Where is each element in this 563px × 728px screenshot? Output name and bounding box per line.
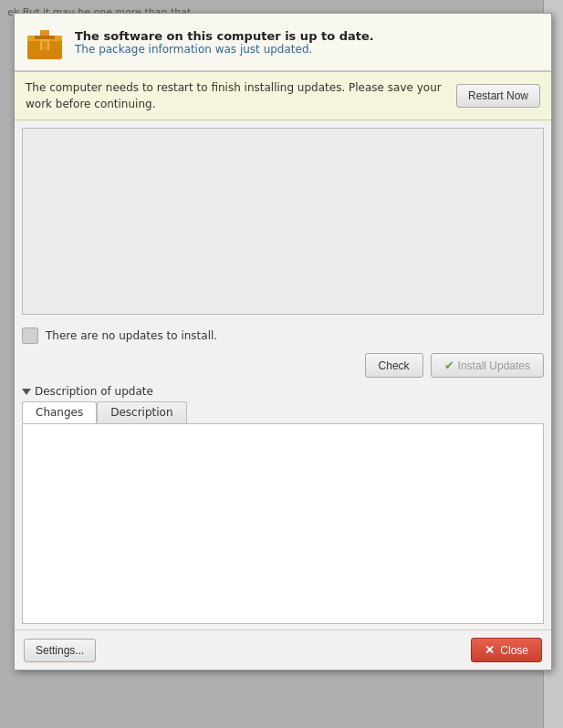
no-updates-icon: [22, 328, 38, 344]
status-subtitle: The package information was just updated…: [75, 43, 540, 56]
restart-notice-text: The computer needs to restart to finish …: [26, 79, 445, 112]
updates-list: [22, 128, 544, 315]
settings-button[interactable]: Settings...: [24, 639, 96, 662]
description-header-label: Description of update: [35, 385, 153, 398]
status-title: The software on this computer is up to d…: [75, 29, 540, 43]
package-icon: [26, 23, 64, 61]
no-updates-row: There are no updates to install.: [15, 322, 551, 349]
check-button[interactable]: Check: [365, 353, 423, 378]
close-button[interactable]: ✕ Close: [471, 638, 542, 662]
bottom-bar: Settings... ✕ Close: [15, 629, 551, 670]
description-header[interactable]: Description of update: [22, 385, 544, 398]
tab-content-area: [22, 423, 544, 624]
restart-now-button[interactable]: Restart Now: [456, 84, 540, 108]
description-section: Description of update Changes Descriptio…: [15, 385, 551, 629]
description-tabs: Changes Description: [22, 401, 544, 423]
close-button-label: Close: [500, 644, 528, 657]
install-btn-label: Install Updates: [458, 359, 530, 372]
svg-rect-4: [35, 36, 55, 39]
restart-notice: The computer needs to restart to finish …: [15, 71, 551, 120]
tab-changes[interactable]: Changes: [22, 401, 97, 423]
update-manager-dialog: The software on this computer is up to d…: [14, 13, 552, 671]
no-updates-label: There are no updates to install.: [46, 329, 217, 342]
tab-changes-label: Changes: [36, 406, 83, 419]
status-bar: The software on this computer is up to d…: [15, 14, 551, 71]
status-text-block: The software on this computer is up to d…: [75, 29, 540, 56]
svg-rect-5: [42, 41, 47, 50]
tab-description-label: Description: [110, 406, 172, 419]
tab-description[interactable]: Description: [97, 401, 186, 423]
action-buttons-row: Check ✔ Install Updates: [15, 349, 551, 385]
install-btn-inner: ✔ Install Updates: [444, 359, 530, 372]
triangle-down-icon: [22, 389, 31, 395]
install-checkmark-icon: ✔: [444, 359, 454, 372]
install-updates-button[interactable]: ✔ Install Updates: [431, 353, 544, 378]
close-x-icon: ✕: [485, 643, 495, 657]
